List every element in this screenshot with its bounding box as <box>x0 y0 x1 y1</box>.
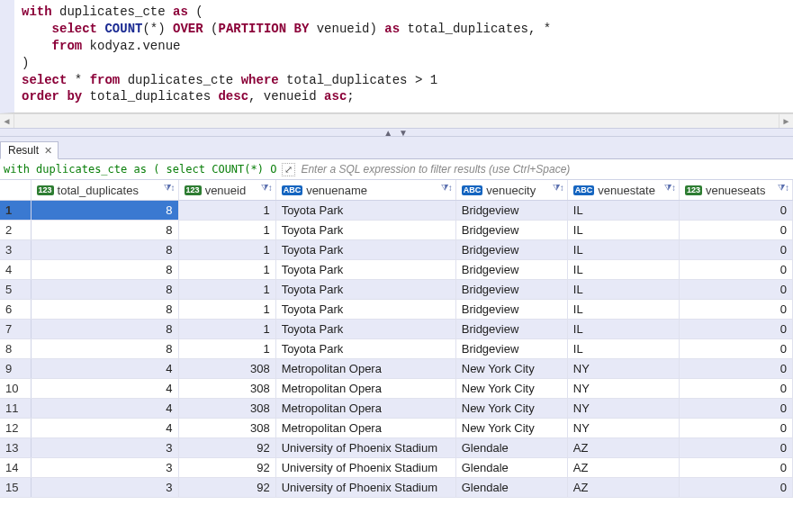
cell-venuestate[interactable]: IL <box>567 299 679 319</box>
cell-venueseats[interactable]: 0 <box>679 437 792 457</box>
cell-venueseats[interactable]: 0 <box>679 338 792 358</box>
table-row[interactable]: 14392University of Phoenix StadiumGlenda… <box>0 457 793 477</box>
expand-icon[interactable]: ⤢ <box>282 163 295 176</box>
cell-venuename[interactable]: Toyota Park <box>275 200 455 220</box>
table-row[interactable]: 881Toyota ParkBridgeviewIL0 <box>0 338 793 358</box>
cell-venuestate[interactable]: NY <box>567 418 679 437</box>
column-filter-icon[interactable]: ⧩↕ <box>261 183 273 194</box>
cell-venueseats[interactable]: 0 <box>679 299 792 319</box>
cell-venuecity[interactable]: New York City <box>455 418 567 437</box>
cell-venuecity[interactable]: Bridgeview <box>455 338 567 358</box>
cell-venueid[interactable]: 1 <box>178 220 275 239</box>
cell-venuecity[interactable]: New York City <box>455 378 567 398</box>
row-number[interactable]: 3 <box>0 239 31 259</box>
row-number[interactable]: 6 <box>0 299 31 319</box>
cell-total_duplicates[interactable]: 4 <box>31 358 178 378</box>
cell-venueseats[interactable]: 0 <box>679 358 792 378</box>
cell-venueid[interactable]: 1 <box>178 259 275 279</box>
row-number[interactable]: 4 <box>0 259 31 279</box>
table-row[interactable]: 481Toyota ParkBridgeviewIL0 <box>0 259 793 279</box>
cell-venueseats[interactable]: 0 <box>679 398 792 418</box>
row-number[interactable]: 14 <box>0 457 31 477</box>
cell-venueid[interactable]: 308 <box>178 358 275 378</box>
cell-venuecity[interactable]: Bridgeview <box>455 319 567 338</box>
cell-venuecity[interactable]: Bridgeview <box>455 279 567 299</box>
table-row[interactable]: 104308Metropolitan OperaNew York CityNY0 <box>0 378 793 398</box>
row-number[interactable]: 12 <box>0 418 31 437</box>
column-header-venuestate[interactable]: ABCvenuestate⧩↕ <box>567 180 679 200</box>
cell-venueseats[interactable]: 0 <box>679 477 792 497</box>
table-row[interactable]: 13392University of Phoenix StadiumGlenda… <box>0 437 793 457</box>
row-number[interactable]: 13 <box>0 437 31 457</box>
cell-venuestate[interactable]: IL <box>567 200 679 220</box>
table-row[interactable]: 681Toyota ParkBridgeviewIL0 <box>0 299 793 319</box>
cell-venuecity[interactable]: Bridgeview <box>455 200 567 220</box>
scroll-right-icon[interactable]: ► <box>779 114 793 128</box>
cell-venuestate[interactable]: IL <box>567 279 679 299</box>
cell-venueid[interactable]: 1 <box>178 239 275 259</box>
cell-venueseats[interactable]: 0 <box>679 279 792 299</box>
cell-total_duplicates[interactable]: 8 <box>31 220 178 239</box>
cell-venuestate[interactable]: IL <box>567 259 679 279</box>
cell-venuename[interactable]: University of Phoenix Stadium <box>275 437 455 457</box>
result-grid[interactable]: 123total_duplicates⧩↕123venueid⧩↕ABCvenu… <box>0 180 793 498</box>
cell-venuestate[interactable]: AZ <box>567 437 679 457</box>
row-number[interactable]: 1 <box>0 200 31 220</box>
cell-venueid[interactable]: 1 <box>178 319 275 338</box>
cell-venueid[interactable]: 308 <box>178 418 275 437</box>
cell-venuestate[interactable]: NY <box>567 398 679 418</box>
row-number[interactable]: 9 <box>0 358 31 378</box>
row-number[interactable]: 7 <box>0 319 31 338</box>
cell-venuestate[interactable]: AZ <box>567 477 679 497</box>
cell-total_duplicates[interactable]: 3 <box>31 437 178 457</box>
cell-venueseats[interactable]: 0 <box>679 319 792 338</box>
cell-venueid[interactable]: 92 <box>178 477 275 497</box>
table-row[interactable]: 281Toyota ParkBridgeviewIL0 <box>0 220 793 239</box>
cell-venueseats[interactable]: 0 <box>679 259 792 279</box>
cell-venuestate[interactable]: IL <box>567 220 679 239</box>
cell-venuecity[interactable]: Bridgeview <box>455 299 567 319</box>
editor-h-scrollbar[interactable]: ◄ ► <box>0 113 793 128</box>
cell-venuename[interactable]: Metropolitan Opera <box>275 418 455 437</box>
sql-editor[interactable]: with duplicates_cte as ( select COUNT(*)… <box>0 0 793 113</box>
cell-venuename[interactable]: Toyota Park <box>275 259 455 279</box>
cell-total_duplicates[interactable]: 8 <box>31 279 178 299</box>
column-filter-icon[interactable]: ⧩↕ <box>441 183 453 194</box>
table-row[interactable]: 381Toyota ParkBridgeviewIL0 <box>0 239 793 259</box>
filter-input[interactable]: Enter a SQL expression to filter results… <box>301 163 570 176</box>
column-header-venuename[interactable]: ABCvenuename⧩↕ <box>275 180 455 200</box>
cell-venuename[interactable]: University of Phoenix Stadium <box>275 457 455 477</box>
panel-splitter[interactable]: ▲ ▼ <box>0 128 793 137</box>
cell-venuestate[interactable]: AZ <box>567 457 679 477</box>
cell-venueid[interactable]: 92 <box>178 437 275 457</box>
column-header-total_duplicates[interactable]: 123total_duplicates⧩↕ <box>31 180 178 200</box>
result-tab[interactable]: Result ✕ <box>0 141 59 159</box>
cell-venueseats[interactable]: 0 <box>679 457 792 477</box>
cell-total_duplicates[interactable]: 4 <box>31 418 178 437</box>
cell-total_duplicates[interactable]: 8 <box>31 239 178 259</box>
table-row[interactable]: 15392University of Phoenix StadiumGlenda… <box>0 477 793 497</box>
cell-venuename[interactable]: Toyota Park <box>275 239 455 259</box>
row-number[interactable]: 5 <box>0 279 31 299</box>
cell-venuecity[interactable]: Bridgeview <box>455 220 567 239</box>
scroll-left-icon[interactable]: ◄ <box>0 114 14 128</box>
cell-venueid[interactable]: 92 <box>178 457 275 477</box>
cell-venuecity[interactable]: Glendale <box>455 477 567 497</box>
cell-venuename[interactable]: University of Phoenix Stadium <box>275 477 455 497</box>
cell-venuecity[interactable]: Glendale <box>455 457 567 477</box>
table-row[interactable]: 114308Metropolitan OperaNew York CityNY0 <box>0 398 793 418</box>
column-header-venueseats[interactable]: 123venueseats⧩↕ <box>679 180 792 200</box>
cell-venueid[interactable]: 1 <box>178 200 275 220</box>
table-row[interactable]: 181Toyota ParkBridgeviewIL0 <box>0 200 793 220</box>
table-row[interactable]: 581Toyota ParkBridgeviewIL0 <box>0 279 793 299</box>
cell-venueid[interactable]: 308 <box>178 398 275 418</box>
cell-venuecity[interactable]: Bridgeview <box>455 259 567 279</box>
cell-venueseats[interactable]: 0 <box>679 220 792 239</box>
cell-venuestate[interactable]: NY <box>567 358 679 378</box>
grid-corner[interactable] <box>0 180 31 200</box>
cell-venuestate[interactable]: IL <box>567 239 679 259</box>
cell-venueseats[interactable]: 0 <box>679 239 792 259</box>
cell-venuename[interactable]: Toyota Park <box>275 299 455 319</box>
column-filter-icon[interactable]: ⧩↕ <box>778 183 789 194</box>
cell-venuecity[interactable]: New York City <box>455 398 567 418</box>
